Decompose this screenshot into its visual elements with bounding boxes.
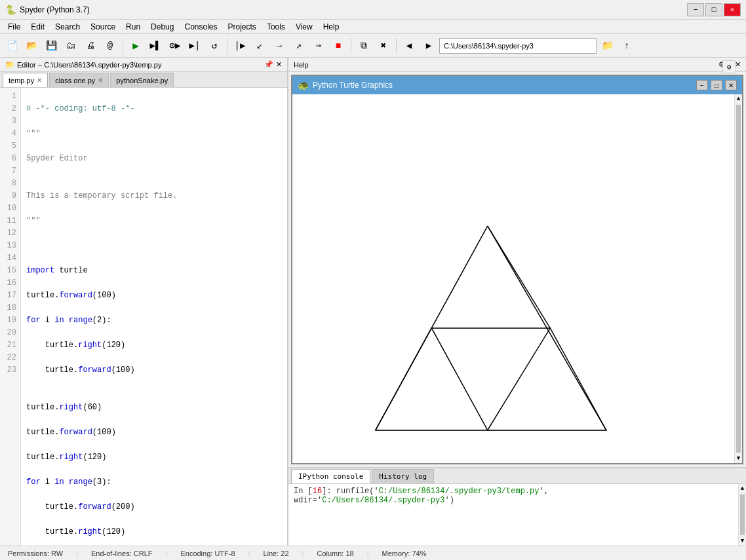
maximize-button[interactable]: □ — [705, 3, 722, 16]
turtle-close-button[interactable]: ✕ — [725, 80, 737, 90]
menu-source[interactable]: Source — [85, 21, 121, 33]
menu-edit[interactable]: Edit — [26, 21, 50, 33]
tools1-button[interactable]: ⧉ — [355, 37, 373, 55]
scroll-up-arrow[interactable]: ▲ — [735, 94, 742, 103]
console-scrollbar[interactable]: ▲ ▼ — [738, 484, 746, 546]
tab-temp-py-label: temp.py — [9, 77, 34, 84]
editor-tabs: temp.py ✕ class one.py ✕ pythonSnake.py — [0, 72, 287, 88]
minimize-button[interactable]: − — [687, 3, 704, 16]
back-button[interactable]: ◀ — [400, 37, 418, 55]
console-prompt-bracket: ]: — [322, 487, 336, 496]
stop-button[interactable]: ■ — [329, 37, 347, 55]
menu-view[interactable]: View — [290, 21, 318, 33]
continue-button[interactable]: ⇒ — [309, 37, 328, 55]
step-into-button[interactable]: ↙ — [250, 37, 269, 55]
canvas-scrollbar[interactable]: ▲ ▼ — [734, 94, 742, 463]
turtle-minimize-button[interactable]: − — [696, 80, 708, 90]
turtle-maximize-button[interactable]: □ — [711, 80, 722, 90]
console-scroll-thumb[interactable] — [740, 495, 745, 535]
status-column: Column: 18 — [317, 550, 353, 557]
scroll-thumb[interactable] — [736, 105, 741, 453]
editor-close-icon[interactable]: ✕ — [276, 60, 282, 69]
menu-search[interactable]: Search — [50, 21, 85, 33]
console-content[interactable]: In [16]: runfile('C:/Users/86134/.spyder… — [288, 484, 746, 546]
inner-triangle-right — [488, 328, 606, 430]
save-file-button[interactable]: 💾 — [42, 37, 60, 55]
console-tab-ipython-label: IPython console — [298, 472, 363, 481]
toolbar-sep-3 — [351, 38, 351, 54]
console-cmd2: ', — [539, 487, 548, 496]
parent-dir-button[interactable]: ↑ — [618, 37, 636, 55]
browse-button[interactable]: 📁 — [598, 37, 616, 55]
tab-temp-py[interactable]: temp.py ✕ — [3, 73, 48, 87]
menu-run[interactable]: Run — [121, 21, 146, 33]
toolbar-sep-1 — [123, 38, 123, 54]
right-panel: Help ⚙ □ ✕ 🐢 Python Turtle Graphics − □ … — [288, 58, 746, 546]
menu-debug[interactable]: Debug — [146, 21, 179, 33]
run-button[interactable]: ▶ — [127, 37, 145, 55]
save-all-button[interactable]: 🗂 — [62, 37, 80, 55]
status-line: Line: 22 — [263, 550, 288, 557]
step-over-button[interactable]: → — [270, 37, 288, 55]
side-tools-button[interactable]: ⚙ — [722, 60, 736, 73]
console-scroll-up[interactable]: ▲ — [739, 484, 746, 493]
menu-tools[interactable]: Tools — [262, 21, 290, 33]
code-content[interactable]: # -*- coding: utf-8 -*- """ Spyder Edito… — [21, 88, 287, 546]
turtle-controls: − □ ✕ — [696, 80, 737, 90]
turtle-title-left: 🐢 Python Turtle Graphics — [298, 80, 393, 90]
title-bar: 🐍 Spyder (Python 3.7) − □ ✕ — [0, 0, 746, 20]
tab-python-snake-label: pythonSnake.py — [116, 77, 168, 84]
tools2-button[interactable]: ✖ — [374, 37, 393, 55]
menu-bar: File Edit Search Source Run Debug Consol… — [0, 20, 746, 34]
toolbar-sep-4 — [396, 38, 397, 54]
status-sep2: | — [166, 550, 168, 557]
console-tabs: IPython console History log — [288, 468, 746, 484]
path-box[interactable]: C:\Users\86134\.spyder-py3 — [439, 38, 597, 54]
editor-header: 📁 Editor − C:\Users\86134\.spyder-py3\te… — [0, 58, 287, 72]
re-run-button[interactable]: ↺ — [205, 37, 224, 55]
new-file-button[interactable]: 📄 — [3, 37, 21, 55]
menu-projects[interactable]: Projects — [223, 21, 262, 33]
console-tab-ipython[interactable]: IPython console — [291, 469, 370, 483]
editor-pin-icon[interactable]: 📌 — [264, 60, 273, 69]
close-button[interactable]: ✕ — [724, 3, 741, 16]
side-tools: ⚙ — [722, 60, 736, 73]
console-tab-history[interactable]: History log — [372, 469, 434, 483]
status-encoding: Encoding: UTF-8 — [180, 550, 235, 557]
menu-file[interactable]: File — [3, 21, 26, 33]
status-sep5: | — [367, 550, 369, 557]
status-permissions: Permissions: RW — [8, 550, 63, 557]
editor-folder-icon: 📁 — [5, 60, 14, 69]
menu-consoles[interactable]: Consoles — [179, 21, 222, 33]
debug-start-button[interactable]: |▶ — [231, 37, 249, 55]
tab-python-snake[interactable]: pythonSnake.py — [110, 73, 174, 87]
run-config-button[interactable]: ⚙▶ — [166, 37, 184, 55]
app-icon: 🐍 — [5, 5, 16, 15]
console-wdir-close: ') — [444, 496, 454, 505]
forward-button[interactable]: ▶ — [420, 37, 438, 55]
bookmark-button[interactable]: @ — [101, 37, 119, 55]
toolbar-sep-2 — [227, 38, 227, 54]
help-close-icon[interactable]: ✕ — [735, 60, 741, 69]
open-file-button[interactable]: 📂 — [22, 37, 41, 55]
print-button[interactable]: 🖨 — [81, 37, 100, 55]
title-bar-controls: − □ ✕ — [687, 3, 741, 16]
turtle-drawing — [292, 94, 742, 463]
console-path1: C:/Users/86134/.spyder-py3/temp.py — [379, 487, 540, 496]
console-scroll-down[interactable]: ▼ — [739, 536, 746, 546]
tab-class-one-close[interactable]: ✕ — [98, 77, 103, 84]
console-line2: wdir='C:/Users/86134/.spyder-py3') — [294, 496, 741, 505]
help-header: Help ⚙ □ ✕ — [288, 58, 746, 72]
code-editor[interactable]: 1 2 3 4 5 6 7 8 9 10 11 12 13 14 15 16 1… — [0, 88, 287, 546]
scroll-down-arrow[interactable]: ▼ — [735, 454, 742, 463]
menu-help[interactable]: Help — [318, 21, 345, 33]
step-out-button[interactable]: ↗ — [290, 37, 308, 55]
run-file-button[interactable]: ▶▌ — [146, 37, 165, 55]
tab-class-one[interactable]: class one.py ✕ — [49, 73, 109, 87]
editor-title: Editor − C:\Users\86134\.spyder-py3\temp… — [17, 61, 161, 69]
console-tab-history-label: History log — [379, 472, 427, 481]
run-block-button[interactable]: ▶| — [186, 37, 204, 55]
path-text: C:\Users\86134\.spyder-py3 — [444, 42, 534, 50]
tab-temp-py-close[interactable]: ✕ — [37, 77, 42, 84]
title-bar-text: Spyder (Python 3.7) — [20, 5, 687, 14]
